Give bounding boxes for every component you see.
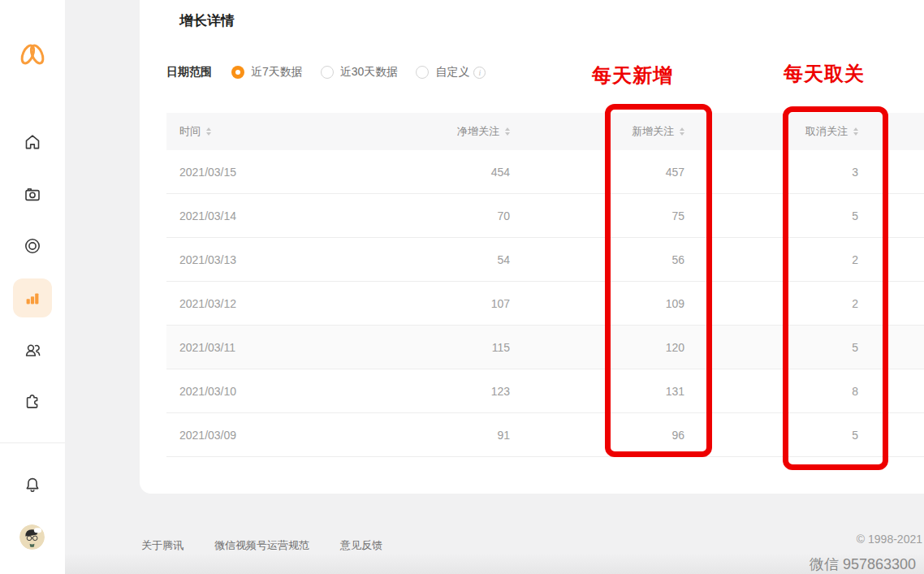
growth-table: 时间 净增关注 新增关注 取消关注 2021/03/15 — [166, 113, 924, 457]
cell-time: 2021/03/13 — [166, 253, 373, 266]
cell-cancel: 8 — [684, 385, 858, 398]
cell-net: 91 — [373, 429, 510, 442]
watermark-text: 微信 957863300 — [810, 555, 916, 574]
radio-selected-dot — [231, 66, 244, 79]
radio-last-7-days[interactable]: 近7天数据 — [231, 65, 303, 80]
home-icon[interactable] — [23, 132, 42, 152]
avatar[interactable] — [19, 524, 45, 550]
cell-time: 2021/03/12 — [166, 297, 373, 310]
cell-net: 454 — [373, 166, 510, 179]
plugin-icon[interactable] — [23, 392, 42, 412]
cell-cancel: 2 — [684, 253, 858, 266]
footer-link-operation-rules[interactable]: 微信视频号运营规范 — [214, 538, 309, 553]
stats-nav-active[interactable] — [13, 278, 52, 317]
column-header-time[interactable]: 时间 — [166, 124, 373, 139]
annotation-unfollows-label: 每天取关 — [784, 61, 865, 87]
table-row: 2021/03/10 123 131 8 — [166, 369, 924, 413]
record-icon[interactable] — [23, 236, 42, 256]
radio-unselected-dot — [321, 66, 334, 79]
cell-net: 123 — [373, 385, 510, 398]
footer-link-feedback[interactable]: 意见反馈 — [340, 538, 382, 553]
copyright-text: © 1998-2021 — [857, 533, 922, 546]
date-range-controls: 日期范围 近7天数据 近30天数据 自定义 i — [166, 65, 486, 80]
cell-new: 75 — [510, 209, 684, 222]
sort-icon — [853, 127, 858, 136]
cell-new: 120 — [510, 341, 684, 354]
table-row: 2021/03/15 454 457 3 — [166, 150, 924, 194]
table-row: 2021/03/09 91 96 5 — [166, 413, 924, 457]
page: 增长详情 日期范围 近7天数据 近30天数据 自定义 i 时间 — [0, 0, 924, 574]
radio-label: 近30天数据 — [340, 65, 399, 80]
table-header-row: 时间 净增关注 新增关注 取消关注 — [166, 113, 924, 150]
cell-new: 457 — [510, 166, 684, 179]
date-range-label: 日期范围 — [166, 65, 212, 80]
cell-time: 2021/03/09 — [166, 429, 373, 442]
wechat-channels-logo-icon[interactable] — [17, 39, 48, 70]
cell-new: 56 — [510, 253, 684, 266]
radio-unselected-dot — [416, 66, 429, 79]
cell-cancel: 5 — [684, 429, 858, 442]
cell-time: 2021/03/10 — [166, 385, 373, 398]
footer-link-about-tencent[interactable]: 关于腾讯 — [141, 538, 184, 553]
radio-custom-range[interactable]: 自定义 i — [416, 65, 486, 80]
cell-cancel: 5 — [684, 209, 858, 222]
table-row: 2021/03/13 54 56 2 — [166, 238, 924, 282]
info-icon[interactable]: i — [473, 67, 486, 79]
annotation-new-follows-label: 每天新增 — [592, 63, 673, 88]
followers-icon[interactable] — [23, 340, 42, 360]
column-header-unfollows[interactable]: 取消关注 — [684, 124, 858, 139]
cell-net: 107 — [373, 297, 510, 310]
column-header-new-follows[interactable]: 新增关注 — [510, 124, 684, 139]
stats-icon — [23, 288, 42, 308]
footer-links: 关于腾讯 微信视频号运营规范 意见反馈 — [141, 538, 382, 553]
cell-net: 54 — [373, 253, 510, 266]
table-row: 2021/03/12 107 109 2 — [166, 282, 924, 326]
sidebar-divider — [0, 442, 65, 443]
sort-icon — [206, 127, 211, 136]
table-row-highlighted: 2021/03/11 115 120 5 — [166, 326, 924, 369]
cell-net: 115 — [373, 341, 510, 354]
cell-cancel: 3 — [684, 166, 858, 179]
bell-icon[interactable] — [23, 475, 42, 494]
cell-time: 2021/03/15 — [166, 166, 373, 179]
sidebar — [0, 0, 65, 574]
cell-cancel: 5 — [684, 341, 858, 354]
table-row: 2021/03/14 70 75 5 — [166, 194, 924, 238]
page-title: 增长详情 — [179, 11, 235, 30]
cell-cancel: 2 — [684, 297, 858, 310]
column-header-net-follows[interactable]: 净增关注 — [373, 124, 510, 139]
camera-icon[interactable] — [23, 184, 42, 204]
radio-label: 近7天数据 — [251, 65, 303, 80]
cell-new: 96 — [510, 429, 684, 442]
cell-time: 2021/03/14 — [166, 209, 373, 222]
cell-new: 131 — [510, 385, 684, 398]
cell-time: 2021/03/11 — [166, 341, 373, 354]
radio-label: 自定义 — [435, 65, 469, 80]
radio-last-30-days[interactable]: 近30天数据 — [321, 65, 399, 80]
cell-new: 109 — [510, 297, 684, 310]
cell-net: 70 — [373, 209, 510, 222]
